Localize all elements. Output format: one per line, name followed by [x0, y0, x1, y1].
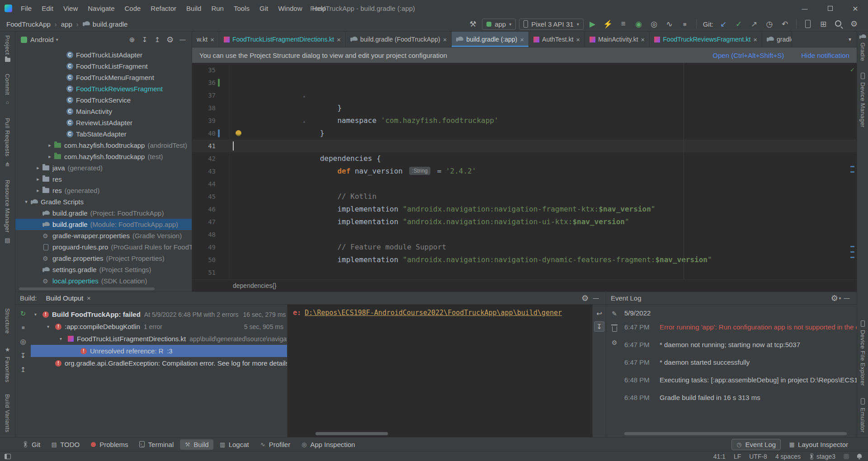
console-file-link[interactable]: D:\Repos\ECS198F-AndroidCourse2022\FoodT…	[305, 309, 562, 317]
collapse-all-icon[interactable]	[19, 365, 28, 374]
profiler-icon[interactable]	[664, 19, 675, 30]
breadcrumb-item[interactable]: app	[51, 20, 72, 28]
editor-tab[interactable]: FoodTruckReviewsFragment.kt	[650, 32, 762, 47]
code-line[interactable]: 36 namespace 'com.hazyfish.foodtruc	[192, 76, 857, 89]
line-separator-indicator[interactable]: LF	[734, 453, 741, 460]
line-number[interactable]: 39	[192, 114, 216, 127]
breadcrumb-item[interactable]: FoodTruckApp	[6, 20, 51, 28]
build-tree-row[interactable]: org.gradle.api.GradleException: Compilat…	[31, 357, 287, 369]
toolwindow-button[interactable]: Logcat	[215, 439, 254, 450]
toolwindow-button[interactable]: Problems	[86, 439, 132, 450]
tree-chevron-icon[interactable]: ▾	[34, 312, 42, 317]
menu-item[interactable]: Refactor	[146, 0, 181, 17]
project-tree-row[interactable]: ▸ com.hazyfish.foodtruckapp (test)	[15, 151, 192, 162]
editor-breadcrumbs[interactable]: dependencies{}	[192, 279, 857, 292]
project-tree-row[interactable]: ▸ com.hazyfish.foodtruckapp (androidTest…	[15, 140, 192, 151]
tree-chevron-icon[interactable]: ▾	[22, 199, 31, 205]
expand-all-icon[interactable]	[139, 34, 150, 45]
rerun-build-icon[interactable]	[19, 309, 28, 318]
code-line[interactable]: 46 // Feature module Support	[192, 203, 857, 216]
stripe-mark[interactable]	[850, 171, 854, 173]
git-commit-icon[interactable]	[733, 19, 745, 30]
git-push-icon[interactable]	[748, 19, 760, 30]
coverage-icon[interactable]	[648, 19, 660, 30]
locate-file-icon[interactable]	[127, 34, 137, 45]
project-tree-row[interactable]: FoodTruckListAdapter	[15, 49, 192, 61]
search-icon[interactable]	[833, 19, 844, 30]
event-log-hscrollbar[interactable]	[624, 432, 847, 435]
line-number[interactable]: 46	[192, 203, 216, 216]
close-button[interactable]	[843, 0, 868, 17]
line-number[interactable]: 43	[192, 165, 216, 178]
toolwindow-stripe-button[interactable]: Resource Manager	[4, 180, 11, 244]
apply-changes-icon[interactable]	[602, 19, 614, 30]
scroll-to-end-icon[interactable]	[594, 321, 604, 332]
toolwindow-button[interactable]: Terminal	[135, 439, 179, 450]
line-number[interactable]: 35	[192, 64, 216, 76]
tree-chevron-icon[interactable]: ▾	[47, 324, 55, 329]
device-select[interactable]: Pixel 3 API 31▾	[519, 19, 583, 30]
settings-icon[interactable]	[165, 34, 175, 45]
toolwindow-button[interactable]: TODO	[47, 439, 84, 450]
project-tree-row[interactable]: FoodTruckReviewsFragment	[15, 83, 192, 94]
hidden-tabs-dropdown[interactable]	[843, 32, 857, 47]
code-line[interactable]: 40 def nav_version :String = '2.4.2	[192, 127, 857, 140]
toolwindow-stripe-button[interactable]: Build Variants	[4, 394, 11, 433]
encoding-indicator[interactable]: UTF-8	[749, 453, 767, 460]
editor[interactable]: 35 ▴ }	[192, 63, 857, 279]
code-line[interactable]: 45	[192, 190, 857, 203]
tab-close-icon[interactable]	[753, 36, 757, 43]
project-tree-row[interactable]: MainActivity	[15, 106, 192, 117]
project-tree-row[interactable]: ReviewListAdapter	[15, 117, 192, 128]
menu-item[interactable]: Window	[273, 0, 307, 17]
code-line[interactable]: 44 implementation "androidx.navigat	[192, 178, 857, 190]
sdk-manager-icon[interactable]	[817, 19, 829, 30]
project-tree-row[interactable]: TabStateAdapter	[15, 128, 192, 140]
project-tree-row[interactable]: build.gradle (Module: FoodTruckApp.app)	[15, 219, 192, 230]
tab-close-icon[interactable]	[87, 294, 91, 302]
tab-close-icon[interactable]	[443, 36, 447, 43]
toolwindow-button[interactable]: Event Log	[731, 439, 781, 450]
hide-event-log-icon[interactable]	[841, 293, 852, 303]
project-tree-row[interactable]: settings.gradle (Project Settings)	[15, 264, 192, 275]
settings-icon[interactable]	[848, 19, 860, 30]
stop-icon[interactable]	[679, 19, 691, 30]
stripe-mark[interactable]	[850, 166, 854, 167]
toolwindow-stripe-button[interactable]: Emulator	[859, 398, 866, 433]
tree-chevron-icon[interactable]: ▸	[33, 165, 42, 171]
tree-chevron-icon[interactable]: ▸	[45, 154, 54, 160]
build-tree-row[interactable]: ▾ Build FoodTruckApp: failed At 5/9/2022…	[31, 308, 287, 320]
line-number[interactable]: 41	[192, 140, 216, 152]
project-hscrollbar[interactable]	[19, 287, 155, 290]
code-line[interactable]: 42 // Kotlin	[192, 152, 857, 165]
run-configs-icon[interactable]	[618, 19, 629, 30]
line-number[interactable]: 38	[192, 102, 216, 114]
line-number[interactable]: 49	[192, 241, 216, 254]
build-hammer-icon[interactable]	[467, 19, 479, 30]
project-tree-row[interactable]: FoodTruckListFragment	[15, 61, 192, 72]
breadcrumb-item[interactable]: build.gradle	[72, 20, 128, 28]
menu-item[interactable]: Git	[255, 0, 273, 17]
maximize-button[interactable]	[817, 0, 843, 17]
project-tree-row[interactable]: ▾ Gradle Scripts	[15, 196, 192, 207]
toolwindow-stripe-button[interactable]: Gradle	[859, 34, 866, 61]
project-tree-row[interactable]: proguard-rules.pro (ProGuard Rules for F…	[15, 241, 192, 253]
expand-all-icon[interactable]	[19, 351, 28, 360]
run-button[interactable]	[587, 19, 599, 30]
soft-wrap-icon[interactable]	[594, 308, 604, 319]
hide-build-panel-icon[interactable]	[590, 293, 601, 303]
editor-tab[interactable]: gradle	[762, 32, 792, 47]
editor-tab[interactable]: FoodTruckListFragmentDirections.kt	[219, 32, 346, 47]
minimize-button[interactable]	[792, 0, 817, 17]
code-line[interactable]: 47 implementation "androidx.navigat	[192, 216, 857, 228]
tab-close-icon[interactable]	[337, 36, 341, 43]
editor-tab[interactable]: build.gradle (:app)	[452, 32, 529, 47]
build-tree-row[interactable]: ▾ :app:compileDebugKotlin 1 error 5 sec,…	[31, 320, 287, 333]
device-manager-icon[interactable]	[802, 19, 814, 30]
line-number[interactable]: 45	[192, 190, 216, 203]
toolwindow-button[interactable]: Layout Inspector	[784, 439, 853, 450]
code-line[interactable]: 37 ▴ }	[192, 89, 857, 102]
editor-tab[interactable]: build.gradle (FoodTruckApp)	[346, 32, 452, 47]
hide-panel-icon[interactable]	[177, 34, 188, 45]
editor-tab[interactable]: MainActivity.kt	[585, 32, 650, 47]
